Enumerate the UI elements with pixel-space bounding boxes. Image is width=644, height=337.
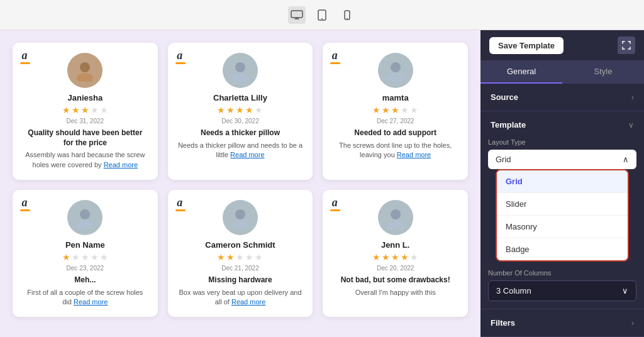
- star-rating: ★ ★ ★ ★ ★: [217, 252, 263, 262]
- source-section-header[interactable]: Source ›: [480, 84, 644, 111]
- svg-point-13: [235, 209, 245, 219]
- desktop-device-icon[interactable]: [288, 6, 306, 24]
- star-3: ★: [81, 252, 89, 262]
- columns-section: Number Of Columns 3 Column ∨: [480, 269, 644, 309]
- layout-type-label: Layout Type: [488, 138, 636, 146]
- star-3: ★: [236, 252, 244, 262]
- star-2: ★: [226, 252, 235, 262]
- avatar: [378, 53, 413, 88]
- reviewer-name: Jenn L.: [381, 240, 410, 250]
- review-body: Needs a thicker pillow and needs to be a…: [178, 141, 303, 160]
- amazon-logo: a: [19, 196, 30, 211]
- filters-section: Filters ›: [480, 309, 644, 337]
- star-2: ★: [72, 252, 80, 262]
- svg-point-6: [77, 73, 93, 82]
- svg-point-2: [321, 18, 323, 19]
- star-rating: ★ ★ ★ ★ ★: [62, 252, 108, 262]
- svg-point-16: [387, 220, 404, 229]
- layout-type-value: Grid: [496, 155, 511, 164]
- filters-chevron-icon: ›: [631, 319, 634, 328]
- review-card: a Charletta Lilly ★ ★ ★ ★ ★ Dec 30, 2022…: [168, 43, 313, 180]
- review-date: Dec 20, 2022: [377, 265, 414, 272]
- tab-style[interactable]: Style: [562, 60, 644, 84]
- review-title: Quality should have been better for the …: [23, 128, 148, 148]
- tablet-device-icon[interactable]: [313, 6, 331, 24]
- star-1: ★: [217, 252, 225, 262]
- content-area: a Janiesha ★ ★ ★ ★ ★ Dec 31, 2022 Qualit…: [0, 30, 480, 337]
- star-2: ★: [382, 105, 390, 115]
- read-more-link[interactable]: Read more: [74, 298, 108, 306]
- star-2: ★: [226, 105, 235, 115]
- template-section-content: Layout Type Grid ∧ Grid Slider Masonry B…: [480, 138, 644, 269]
- layout-type-select[interactable]: Grid ∧: [488, 150, 636, 169]
- top-bar: [0, 0, 644, 30]
- dropdown-option-grid[interactable]: Grid: [497, 170, 628, 192]
- panel-header: Save Template: [480, 30, 644, 60]
- svg-point-8: [232, 73, 248, 82]
- review-title: Missing hardware: [208, 275, 272, 285]
- filters-section-header[interactable]: Filters ›: [480, 309, 644, 336]
- template-section: Template ∨ Layout Type Grid ∧ Grid Slide…: [480, 111, 644, 309]
- svg-point-14: [232, 220, 248, 229]
- dropdown-option-masonry[interactable]: Masonry: [497, 215, 628, 238]
- review-card: a Jenn L. ★ ★ ★ ★ ★ Dec 20, 2022 Not bad…: [323, 190, 468, 317]
- columns-chevron-icon: ∨: [622, 286, 628, 296]
- layout-type-dropdown: Grid Slider Masonry Badge: [496, 169, 629, 262]
- review-card: a Pen Name ★ ★ ★ ★ ★ Dec 23, 2022 Meh...…: [13, 190, 158, 317]
- columns-select[interactable]: 3 Column ∨: [488, 280, 636, 301]
- star-3: ★: [236, 105, 244, 115]
- read-more-link[interactable]: Read more: [231, 298, 265, 306]
- star-5: ★: [255, 105, 263, 115]
- svg-point-5: [80, 62, 90, 72]
- read-more-link[interactable]: Read more: [104, 161, 138, 168]
- review-date: Dec 21, 2022: [221, 265, 259, 272]
- svg-point-7: [235, 62, 245, 72]
- avatar: [67, 53, 103, 88]
- star-1: ★: [62, 105, 70, 115]
- star-rating: ★ ★ ★ ★ ★: [62, 105, 108, 115]
- reviewer-name: Pen Name: [65, 240, 105, 250]
- main-layout: a Janiesha ★ ★ ★ ★ ★ Dec 31, 2022 Qualit…: [0, 30, 644, 337]
- review-body: Box was very beat up upon delivery and a…: [178, 288, 303, 307]
- star-3: ★: [391, 105, 399, 115]
- reviews-grid: a Janiesha ★ ★ ★ ★ ★ Dec 31, 2022 Qualit…: [13, 43, 468, 317]
- source-section: Source ›: [480, 84, 644, 111]
- star-2: ★: [72, 105, 80, 115]
- save-template-button[interactable]: Save Template: [489, 37, 564, 54]
- read-more-link[interactable]: Read more: [230, 151, 264, 158]
- review-title: Needed to add support: [354, 128, 436, 138]
- tab-general[interactable]: General: [480, 60, 562, 84]
- review-date: Dec 31, 2022: [67, 118, 104, 124]
- reviewer-name: Cameron Schmidt: [205, 240, 275, 250]
- columns-value: 3 Column: [496, 286, 531, 296]
- reviewer-name: Charletta Lilly: [213, 93, 267, 102]
- star-4: ★: [245, 105, 253, 115]
- amazon-logo: a: [174, 196, 186, 211]
- mobile-device-icon[interactable]: [338, 6, 356, 24]
- dropdown-option-badge[interactable]: Badge: [497, 238, 628, 260]
- review-body: Overall I'm happy with this: [355, 288, 436, 297]
- review-title: Meh...: [74, 275, 96, 285]
- avatar: [67, 200, 103, 235]
- review-card: a Cameron Schmidt ★ ★ ★ ★ ★ Dec 21, 2022…: [168, 190, 313, 317]
- read-more-link[interactable]: Read more: [397, 151, 431, 158]
- fullscreen-icon[interactable]: [618, 36, 635, 54]
- panel-tabs: General Style: [480, 60, 644, 84]
- review-card: a Janiesha ★ ★ ★ ★ ★ Dec 31, 2022 Qualit…: [13, 43, 158, 180]
- svg-point-4: [347, 18, 348, 19]
- avatar: [223, 53, 258, 88]
- star-3: ★: [81, 105, 89, 115]
- avatar: [378, 200, 413, 235]
- template-section-header[interactable]: Template ∨: [480, 111, 644, 138]
- reviewer-name: mamta: [382, 93, 409, 102]
- amazon-logo: a: [174, 49, 186, 64]
- star-4: ★: [401, 105, 409, 115]
- review-body: First of all a couple of the screw holes…: [23, 288, 148, 307]
- review-title: Needs a thicker pillow: [201, 128, 280, 138]
- dropdown-option-slider[interactable]: Slider: [497, 192, 628, 215]
- star-5: ★: [100, 105, 108, 115]
- review-date: Dec 23, 2022: [67, 265, 104, 272]
- select-chevron-up-icon: ∧: [623, 155, 629, 164]
- star-5: ★: [410, 105, 418, 115]
- star-4: ★: [91, 252, 99, 262]
